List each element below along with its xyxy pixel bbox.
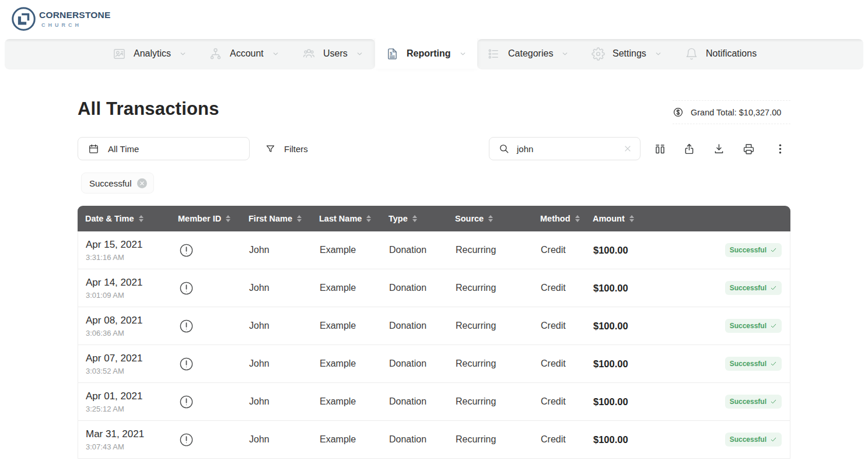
column-label: Method bbox=[540, 214, 570, 223]
cell-member-id[interactable] bbox=[178, 394, 249, 410]
date-range-select[interactable]: All Time bbox=[78, 137, 250, 160]
more-options-kebab-button[interactable] bbox=[774, 143, 782, 155]
chevron-down-icon bbox=[654, 50, 662, 58]
clear-search-icon[interactable] bbox=[623, 144, 632, 153]
filter-chip-successful[interactable]: Successful bbox=[81, 173, 154, 194]
nav-item-categories[interactable]: Categories bbox=[487, 38, 569, 69]
columns-toggle-button[interactable] bbox=[654, 143, 666, 155]
cell-status: Successful bbox=[671, 433, 790, 447]
cell-amount: $100.00 bbox=[593, 396, 671, 407]
filter-chip-label: Successful bbox=[89, 178, 132, 188]
cell-type: Donation bbox=[389, 358, 456, 369]
grand-total-label: Grand Total: $10,327.00 bbox=[691, 108, 781, 117]
table-row[interactable]: Apr 01, 2021 3:25:12 AM John Example Don… bbox=[78, 383, 790, 421]
cell-member-id[interactable] bbox=[178, 318, 249, 334]
column-header-source[interactable]: Source bbox=[455, 214, 540, 223]
table-row[interactable]: Apr 14, 2021 3:01:09 AM John Example Don… bbox=[78, 269, 790, 307]
nav-label: Users bbox=[323, 48, 348, 59]
page: CORNERSTONE CHURCH Analytics bbox=[0, 0, 868, 464]
share-export-button[interactable] bbox=[683, 143, 695, 155]
nav-item-reporting[interactable]: $ Reporting bbox=[386, 38, 467, 69]
nav-item-users[interactable]: Users bbox=[302, 38, 363, 69]
sort-icon bbox=[297, 215, 302, 223]
column-header-first-name[interactable]: First Name bbox=[249, 214, 319, 223]
status-label: Successful bbox=[730, 435, 766, 444]
sort-icon bbox=[629, 215, 634, 223]
cell-member-id[interactable] bbox=[178, 356, 249, 372]
column-header-type[interactable]: Type bbox=[388, 214, 455, 223]
sort-icon bbox=[226, 215, 230, 223]
cell-source: Recurring bbox=[456, 396, 541, 407]
sort-icon bbox=[139, 215, 144, 223]
table-row[interactable]: Apr 08, 2021 3:06:36 AM John Example Don… bbox=[78, 307, 790, 345]
dollar-circle-icon bbox=[673, 107, 684, 118]
table-row[interactable]: Mar 31, 2021 3:07:43 AM John Example Don… bbox=[78, 421, 790, 459]
cell-status: Successful bbox=[671, 319, 790, 333]
transaction-date: Apr 14, 2021 bbox=[86, 277, 178, 289]
table-row[interactable]: Apr 07, 2021 3:03:52 AM John Example Don… bbox=[78, 345, 790, 383]
filters-button[interactable]: Filters bbox=[265, 137, 308, 160]
grand-total: Grand Total: $10,327.00 bbox=[673, 100, 790, 124]
brand-line1: CORNERSTONE bbox=[39, 10, 110, 20]
transaction-date: Mar 31, 2021 bbox=[86, 428, 178, 440]
column-label: Last Name bbox=[319, 214, 362, 223]
svg-text:$: $ bbox=[390, 50, 393, 55]
column-header-amount[interactable]: Amount bbox=[593, 214, 670, 223]
cell-source: Recurring bbox=[456, 358, 541, 369]
cell-status: Successful bbox=[671, 281, 790, 295]
column-header-member-id[interactable]: Member ID bbox=[178, 214, 249, 223]
print-button[interactable] bbox=[743, 143, 755, 155]
check-icon bbox=[770, 398, 777, 405]
primary-nav: Analytics Account bbox=[0, 38, 868, 69]
chevron-down-icon bbox=[459, 50, 467, 58]
cell-method: Credit bbox=[541, 321, 593, 331]
chevron-down-icon bbox=[356, 50, 363, 58]
column-header-last-name[interactable]: Last Name bbox=[319, 214, 388, 223]
cell-last-name: Example bbox=[320, 358, 389, 369]
info-icon bbox=[178, 242, 194, 258]
column-label: Member ID bbox=[178, 214, 221, 223]
status-label: Successful bbox=[730, 284, 766, 292]
transaction-time: 3:01:09 AM bbox=[86, 291, 178, 300]
column-label: First Name bbox=[249, 214, 292, 223]
table-body: Apr 15, 2021 3:31:16 AM John Example Don… bbox=[78, 231, 790, 459]
calendar-icon bbox=[88, 143, 99, 154]
cell-amount: $100.00 bbox=[593, 358, 671, 370]
cell-type: Donation bbox=[389, 245, 456, 255]
cell-status: Successful bbox=[671, 243, 790, 257]
check-icon bbox=[770, 436, 777, 443]
status-label: Successful bbox=[730, 398, 766, 406]
check-icon bbox=[770, 247, 777, 254]
brand-logo[interactable]: CORNERSTONE CHURCH bbox=[10, 6, 110, 32]
table-row[interactable]: Apr 15, 2021 3:31:16 AM John Example Don… bbox=[78, 231, 790, 269]
notifications-bell-icon bbox=[685, 47, 698, 61]
cell-date-time: Apr 15, 2021 3:31:16 AM bbox=[86, 239, 178, 262]
cell-date-time: Apr 08, 2021 3:06:36 AM bbox=[86, 315, 178, 338]
check-icon bbox=[770, 322, 777, 329]
nav-item-analytics[interactable]: Analytics bbox=[113, 38, 187, 69]
nav-item-settings[interactable]: Settings bbox=[592, 38, 662, 69]
column-header-date-time[interactable]: Date & Time bbox=[85, 214, 178, 223]
cornerstone-logo-icon bbox=[10, 6, 37, 32]
transaction-time: 3:31:16 AM bbox=[86, 253, 178, 262]
transaction-time: 3:06:36 AM bbox=[86, 329, 178, 338]
search-value: john bbox=[517, 144, 615, 154]
download-button[interactable] bbox=[713, 143, 725, 155]
transactions-table: Date & Time Member ID First Name Last Na… bbox=[78, 206, 790, 459]
cell-member-id[interactable] bbox=[178, 280, 249, 296]
status-badge: Successful bbox=[725, 433, 782, 447]
nav-item-notifications[interactable]: Notifications bbox=[685, 38, 757, 69]
remove-chip-icon[interactable] bbox=[137, 178, 147, 188]
search-input[interactable]: john bbox=[489, 137, 640, 160]
cell-method: Credit bbox=[541, 434, 593, 445]
cell-type: Donation bbox=[389, 434, 456, 445]
cell-member-id[interactable] bbox=[178, 432, 249, 448]
date-range-value: All Time bbox=[108, 144, 139, 154]
cell-first-name: John bbox=[249, 434, 320, 445]
cell-method: Credit bbox=[541, 283, 593, 293]
column-header-method[interactable]: Method bbox=[540, 214, 593, 223]
nav-item-account[interactable]: Account bbox=[209, 38, 279, 69]
cell-member-id[interactable] bbox=[178, 242, 249, 258]
info-icon bbox=[178, 394, 194, 410]
cell-last-name: Example bbox=[320, 283, 389, 293]
